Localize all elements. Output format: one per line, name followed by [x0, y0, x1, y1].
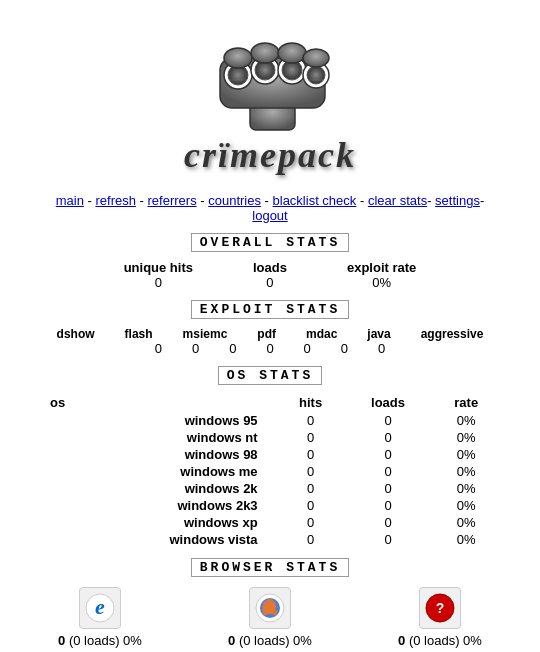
nav-settings[interactable]: settings: [435, 193, 480, 208]
os-loads: 0: [344, 446, 433, 463]
exploit-val-pdf: 0: [266, 341, 273, 356]
browser-item-other: ?0 (0 loads) 0%: [360, 587, 520, 648]
exploit-val-aggressive: 0: [378, 341, 385, 356]
logo-container: [0, 10, 540, 140]
nav-countries[interactable]: countries: [208, 193, 261, 208]
os-name: windows nt: [40, 429, 278, 446]
os-header-hits: hits: [278, 393, 344, 412]
os-name: windows 2k3: [40, 497, 278, 514]
os-loads: 0: [344, 429, 433, 446]
exploit-stats-title: EXPLOIT STATS: [191, 300, 349, 319]
os-hits: 0: [278, 497, 344, 514]
os-hits: 0: [278, 429, 344, 446]
os-row: windows 2k3000%: [40, 497, 500, 514]
os-loads: 0: [344, 480, 433, 497]
nav-blacklist-check[interactable]: blacklist check: [273, 193, 357, 208]
browser-stats-title: BROWSER STATS: [191, 558, 349, 577]
ff-svg: [252, 590, 288, 626]
exploit-val-dshow: 0: [155, 341, 162, 356]
exploit-rate-col: exploit rate 0%: [347, 260, 416, 290]
os-name: windows 2k: [40, 480, 278, 497]
browser-count: 0: [398, 633, 405, 648]
svg-point-13: [303, 49, 329, 67]
os-stats-section: OS STATS: [0, 360, 540, 389]
overall-stats-title: OVERALL STATS: [191, 233, 349, 252]
other-browser-icon: ?: [419, 587, 461, 629]
logo-text: crïmepack: [0, 134, 540, 176]
os-row: windows 98000%: [40, 446, 500, 463]
exploit-label-flash: flash: [125, 327, 153, 341]
exploit-col-aggressive: aggressive: [421, 327, 484, 341]
exploit-val-msiemc: 0: [229, 341, 236, 356]
exploit-val-mdac: 0: [304, 341, 311, 356]
exploit-value-mdac: 0: [304, 341, 311, 356]
overall-stats-section: OVERALL STATS: [0, 227, 540, 256]
os-hits: 0: [278, 446, 344, 463]
os-rate: 0%: [432, 480, 500, 497]
unique-hits-col: unique hits 0: [124, 260, 193, 290]
exploit-value-java: 0: [341, 341, 348, 356]
exploit-value-pdf: 0: [266, 341, 273, 356]
loads-val: 0: [253, 275, 287, 290]
browser-label-other: 0 (0 loads) 0%: [398, 633, 482, 648]
os-row: windows me000%: [40, 463, 500, 480]
ie-browser-icon: e: [79, 587, 121, 629]
os-rate: 0%: [432, 429, 500, 446]
svg-point-12: [278, 43, 306, 63]
exploit-label-aggressive: aggressive: [421, 327, 484, 341]
os-name: windows xp: [40, 514, 278, 531]
os-loads: 0: [344, 497, 433, 514]
os-hits: 0: [278, 514, 344, 531]
loads-label: loads: [253, 260, 287, 275]
unique-hits-label: unique hits: [124, 260, 193, 275]
exploit-value-dshow: 0: [155, 341, 162, 356]
nav: main - refresh - referrers - countries -…: [0, 193, 540, 223]
other-svg: ?: [422, 590, 458, 626]
os-header-loads: loads: [344, 393, 433, 412]
os-loads: 0: [344, 514, 433, 531]
header: crïmepack: [0, 0, 540, 187]
exploit-val-java: 0: [341, 341, 348, 356]
browser-label-firefox: 0 (0 loads) 0%: [228, 633, 312, 648]
os-name: windows 98: [40, 446, 278, 463]
exploit-col-msiemc: msiemc: [183, 327, 228, 341]
os-name: windows 95: [40, 412, 278, 429]
browser-stats-section: BROWSER STATS: [0, 552, 540, 581]
nav-clear-stats[interactable]: clear stats: [368, 193, 427, 208]
nav-logout[interactable]: logout: [252, 208, 287, 223]
svg-point-11: [251, 43, 279, 63]
os-row: windows xp000%: [40, 514, 500, 531]
exploit-col-pdf: pdf: [257, 327, 276, 341]
os-name: windows me: [40, 463, 278, 480]
os-rate: 0%: [432, 446, 500, 463]
nav-refresh[interactable]: refresh: [95, 193, 135, 208]
exploit-value-msiemc: 0: [229, 341, 236, 356]
exploit-col-flash: flash: [125, 327, 153, 341]
os-hits: 0: [278, 412, 344, 429]
svg-text:?: ?: [436, 600, 445, 616]
nav-main[interactable]: main: [56, 193, 84, 208]
os-loads: 0: [344, 531, 433, 548]
os-row: windows nt000%: [40, 429, 500, 446]
unique-hits-val: 0: [124, 275, 193, 290]
os-hits: 0: [278, 463, 344, 480]
exploit-label-msiemc: msiemc: [183, 327, 228, 341]
exploit-col-dshow: dshow: [57, 327, 95, 341]
os-loads: 0: [344, 412, 433, 429]
exploit-val-flash: 0: [192, 341, 199, 356]
svg-point-10: [224, 48, 252, 68]
ff-browser-icon: [249, 587, 291, 629]
os-stats-title: OS STATS: [218, 366, 322, 385]
os-hits: 0: [278, 480, 344, 497]
overall-stats-table: unique hits 0 loads 0 exploit rate 0%: [0, 260, 540, 290]
exploit-rate-val: 0%: [347, 275, 416, 290]
exploit-rate-label: exploit rate: [347, 260, 416, 275]
svg-text:e: e: [95, 594, 105, 619]
nav-referrers[interactable]: referrers: [148, 193, 197, 208]
browser-label-ie: 0 (0 loads) 0%: [58, 633, 142, 648]
browser-count: 0: [58, 633, 65, 648]
browser-stats-content: e0 (0 loads) 0%0 (0 loads) 0%?0 (0 loads…: [0, 587, 540, 648]
os-header-os: os: [40, 393, 278, 412]
os-rate: 0%: [432, 531, 500, 548]
os-row: windows 95000%: [40, 412, 500, 429]
